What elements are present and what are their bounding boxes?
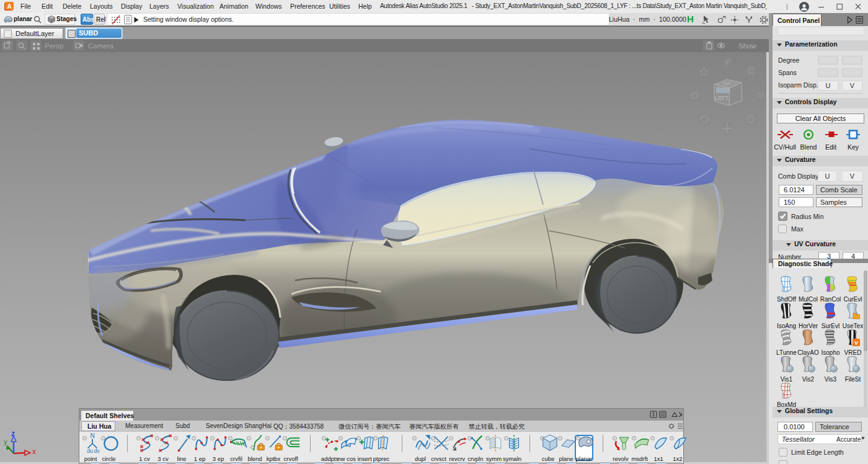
svg-text:dv: dv xyxy=(94,448,100,454)
svg-text:Persp: Persp xyxy=(45,42,63,50)
svg-text:A: A xyxy=(7,3,11,10)
svg-text:Camera: Camera xyxy=(88,42,114,50)
svg-text:y: y xyxy=(4,438,7,445)
svg-text:V: V xyxy=(854,340,858,346)
svg-text:N: N xyxy=(90,432,94,439)
svg-text:Show: Show xyxy=(738,42,756,50)
svg-text:z: z xyxy=(11,429,15,438)
svg-text:du: du xyxy=(87,448,93,454)
svg-text:x: x xyxy=(32,447,36,456)
svg-text:TOP: TOP xyxy=(722,81,730,86)
svg-text:LEFT: LEFT xyxy=(715,95,729,101)
